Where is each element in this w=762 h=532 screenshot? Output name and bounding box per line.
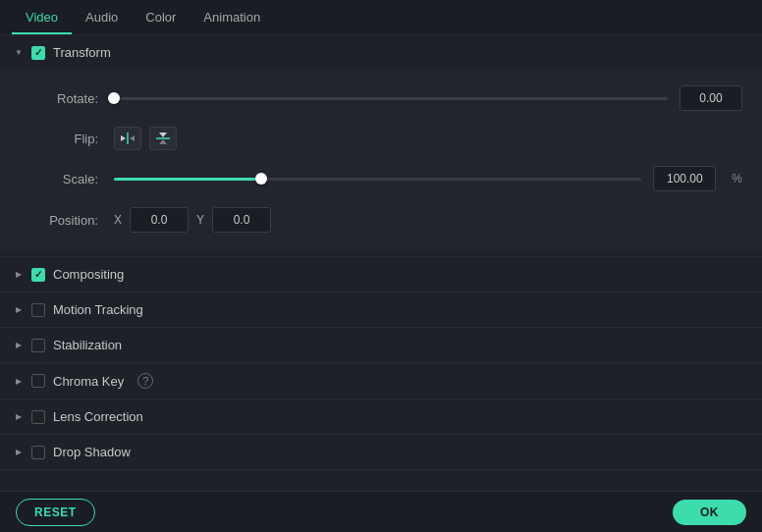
- transform-content: Rotate: 0.00 Flip:: [0, 70, 762, 252]
- transform-chevron: [14, 48, 24, 58]
- section-chroma-key: Chroma Key ?: [0, 363, 762, 399]
- flip-row: Flip:: [20, 127, 742, 150]
- drop-shadow-chevron: [14, 448, 24, 457]
- drop-shadow-header[interactable]: Drop Shadow: [0, 435, 762, 469]
- section-stabilization: Stabilization: [0, 328, 762, 363]
- position-x-value[interactable]: 0.0: [130, 207, 189, 233]
- position-inputs: X 0.0 Y 0.0: [114, 207, 271, 233]
- rotate-row: Rotate: 0.00: [20, 85, 742, 111]
- scale-value[interactable]: 100.00: [653, 166, 716, 191]
- compositing-header[interactable]: Compositing: [0, 257, 762, 292]
- motion-tracking-chevron: [14, 305, 24, 315]
- compositing-chevron: [14, 270, 24, 280]
- lens-correction-checkbox[interactable]: [31, 410, 45, 424]
- rotate-slider-container: 0.00: [114, 85, 742, 111]
- bottom-bar: RESET OK: [0, 491, 762, 532]
- motion-tracking-header[interactable]: Motion Tracking: [0, 293, 762, 327]
- chroma-key-header[interactable]: Chroma Key ?: [0, 363, 762, 399]
- stabilization-chevron: [14, 341, 24, 350]
- chroma-key-chevron: [14, 376, 24, 386]
- transform-label: Transform: [53, 45, 111, 60]
- scale-slider-fill: [114, 178, 261, 181]
- scale-row: Scale: 100.00 %: [20, 166, 742, 191]
- chroma-key-help-icon[interactable]: ?: [137, 373, 153, 389]
- flip-vertical-button[interactable]: [149, 127, 177, 150]
- chroma-key-checkbox[interactable]: [31, 374, 45, 388]
- section-lens-correction: Lens Correction: [0, 399, 762, 435]
- lens-correction-header[interactable]: Lens Correction: [0, 399, 762, 434]
- rotate-slider-track[interactable]: [114, 97, 668, 100]
- section-motion-tracking: Motion Tracking: [0, 293, 762, 328]
- section-transform: Transform Rotate: 0.00 Flip:: [0, 35, 762, 257]
- stabilization-label: Stabilization: [53, 338, 122, 352]
- tab-animation[interactable]: Animation: [190, 2, 274, 34]
- drop-shadow-checkbox[interactable]: [31, 446, 45, 459]
- stabilization-header[interactable]: Stabilization: [0, 328, 762, 362]
- transform-checkbox[interactable]: [31, 46, 45, 60]
- compositing-checkbox[interactable]: [31, 268, 45, 282]
- position-row: Position: X 0.0 Y 0.0: [20, 207, 742, 233]
- scale-label: Scale:: [20, 172, 98, 186]
- main-content: Transform Rotate: 0.00 Flip:: [0, 35, 762, 491]
- y-label: Y: [196, 213, 204, 227]
- drop-shadow-label: Drop Shadow: [53, 445, 131, 459]
- stabilization-checkbox[interactable]: [31, 339, 45, 352]
- position-y-value[interactable]: 0.0: [212, 207, 271, 233]
- flip-label: Flip:: [20, 132, 98, 146]
- lens-correction-chevron: [14, 412, 24, 422]
- rotate-value[interactable]: 0.00: [680, 85, 742, 111]
- transform-header[interactable]: Transform: [0, 35, 762, 70]
- tab-bar: Video Audio Color Animation: [0, 0, 762, 35]
- x-label: X: [114, 213, 122, 227]
- compositing-label: Compositing: [53, 267, 124, 282]
- tab-video[interactable]: Video: [12, 2, 72, 34]
- motion-tracking-label: Motion Tracking: [53, 302, 143, 317]
- position-label: Position:: [20, 213, 98, 228]
- scale-unit: %: [732, 172, 742, 186]
- scale-slider-track[interactable]: [114, 178, 641, 181]
- section-drop-shadow: Drop Shadow: [0, 435, 762, 470]
- flip-horizontal-button[interactable]: [114, 127, 141, 150]
- motion-tracking-checkbox[interactable]: [31, 303, 45, 317]
- tab-audio[interactable]: Audio: [72, 2, 132, 34]
- scale-slider-thumb[interactable]: [255, 173, 267, 185]
- rotate-label: Rotate:: [20, 91, 98, 106]
- reset-button[interactable]: RESET: [16, 499, 95, 526]
- flip-controls: [114, 127, 177, 150]
- ok-button[interactable]: OK: [673, 500, 746, 525]
- chroma-key-label: Chroma Key: [53, 374, 124, 389]
- scale-slider-container: 100.00 %: [114, 166, 742, 191]
- lens-correction-label: Lens Correction: [53, 409, 143, 424]
- rotate-slider-thumb[interactable]: [108, 92, 120, 104]
- tab-color[interactable]: Color: [132, 2, 190, 34]
- section-compositing: Compositing: [0, 257, 762, 293]
